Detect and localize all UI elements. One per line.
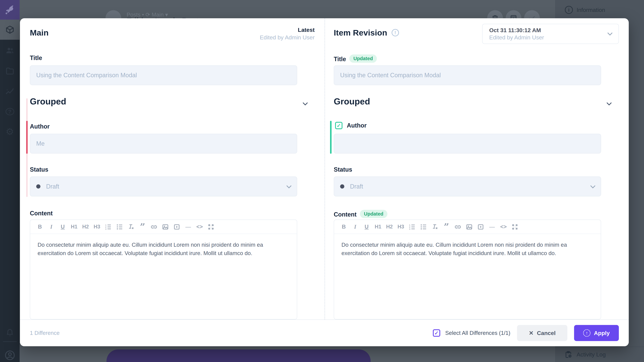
status-dot-icon (340, 184, 344, 189)
h3-icon[interactable]: H3 (395, 224, 406, 230)
link-icon[interactable] (452, 223, 464, 230)
apply-button[interactable]: ↑ Apply (574, 325, 619, 341)
sidebar-item-users[interactable] (0, 40, 20, 61)
title-field-label: Title (334, 56, 346, 62)
chevron-down-icon[interactable] (606, 100, 612, 105)
info-panel-title: Information (576, 7, 605, 13)
author-input[interactable] (334, 134, 601, 153)
ordered-list-icon[interactable] (406, 223, 418, 230)
updated-badge: Updated (360, 210, 388, 218)
updated-badge: Updated (349, 54, 377, 63)
cancel-button[interactable]: ✕ Cancel (517, 325, 567, 341)
status-select[interactable]: Draft (334, 176, 601, 196)
group-header: Grouped (334, 96, 370, 106)
content-field-label: Content (334, 211, 356, 218)
bold-icon[interactable]: B (34, 224, 46, 230)
module-sidebar: ? ⚙ (0, 0, 20, 362)
editor-toolbar: BIUH1H2H3”—<> (30, 220, 297, 234)
sidebar-item-help[interactable]: ? (0, 102, 20, 122)
editor-text[interactable]: Do consectetur minim aliquip aute eu. Ci… (334, 234, 589, 264)
bullet-list-icon[interactable] (418, 223, 429, 230)
chevron-down-icon (286, 183, 292, 188)
user-avatar[interactable] (0, 345, 20, 362)
status-field-label: Status (30, 166, 48, 173)
sidebar-divider (3, 341, 17, 342)
ordered-list-icon[interactable] (103, 223, 114, 230)
editor-text[interactable]: Do consectetur minim aliquip aute eu. Ci… (30, 234, 285, 264)
directus-logo[interactable] (0, 0, 20, 19)
notifications-button[interactable] (0, 323, 20, 343)
bullet-list-icon[interactable] (114, 223, 126, 230)
title-input[interactable]: Using the Content Comparison Modal (30, 65, 297, 85)
gear-icon: ⚙ (6, 127, 14, 136)
sidebar-item-content[interactable] (0, 19, 20, 40)
differences-count: 1 Difference (30, 330, 60, 336)
h3-icon[interactable]: H3 (91, 224, 103, 230)
blockquote-icon[interactable]: ” (441, 225, 452, 228)
video-icon[interactable] (475, 223, 486, 230)
sidebar-item-files[interactable] (0, 61, 20, 81)
edited-by-label: Edited by Admin User (214, 34, 314, 41)
code-icon[interactable]: <> (498, 224, 509, 230)
group-header: Grouped (30, 96, 66, 106)
horizontal-rule-icon[interactable]: — (486, 224, 498, 230)
video-icon[interactable] (171, 223, 182, 230)
chevron-down-icon[interactable] (302, 100, 308, 105)
chevron-down-icon (590, 183, 595, 188)
h1-icon[interactable]: H1 (372, 224, 384, 230)
revision-selector[interactable]: Oct 31 11:30:12 AM Edited by Admin User (482, 24, 619, 44)
activity-log-bar[interactable]: Activity Log (555, 347, 644, 362)
h2-icon[interactable]: H2 (384, 224, 395, 230)
changed-field-accent-red (26, 121, 28, 154)
revision-date: Oct 31 11:30:12 AM (489, 27, 544, 33)
link-icon[interactable] (148, 223, 160, 230)
fullscreen-icon[interactable] (509, 223, 520, 230)
page-hero-blob (106, 350, 371, 362)
status-dot-icon (36, 184, 40, 189)
content-editor[interactable]: BIUH1H2H3”—<> Do consectetur minim aliqu… (334, 220, 601, 320)
horizontal-rule-icon[interactable]: — (182, 224, 194, 230)
select-all-label: Select All Differences (1/1) (445, 330, 510, 336)
clear-format-icon[interactable] (429, 223, 441, 230)
commit-icon: ↑ (583, 329, 590, 337)
info-icon: i (565, 6, 573, 14)
status-field-label: Status (334, 166, 352, 173)
code-icon[interactable]: <> (194, 224, 205, 230)
h2-icon[interactable]: H2 (80, 224, 91, 230)
left-pane-title: Main (30, 28, 49, 37)
revision-edited-by: Edited by Admin User (489, 34, 544, 41)
title-input[interactable]: Using the Content Comparison Modal (334, 65, 601, 85)
right-pane-title: Item Revision (334, 28, 387, 37)
content-editor[interactable]: BIUH1H2H3”—<> Do consectetur minim aliqu… (30, 220, 297, 320)
image-icon[interactable] (160, 223, 171, 230)
activity-log-icon (564, 351, 572, 358)
author-input[interactable]: Me (30, 134, 297, 153)
select-all-checkbox[interactable]: ✓ (433, 329, 440, 337)
sidebar-item-settings[interactable]: ⚙ (0, 122, 20, 142)
underline-icon[interactable]: U (361, 224, 372, 230)
author-field-label: Author (347, 122, 366, 129)
sidebar-item-insights[interactable] (0, 81, 20, 102)
h1-icon[interactable]: H1 (68, 224, 80, 230)
blockquote-icon[interactable]: ” (137, 225, 148, 228)
content-comparison-modal: Main Latest Edited by Admin User Title U… (20, 18, 629, 346)
author-field-label: Author (30, 123, 50, 130)
status-select[interactable]: Draft (30, 176, 297, 196)
version-label: Latest (214, 27, 314, 33)
editor-toolbar: BIUH1H2H3”—<> (334, 220, 601, 234)
bold-icon[interactable]: B (338, 224, 350, 230)
image-icon[interactable] (464, 223, 475, 230)
modal-footer: 1 Difference ✓ Select All Differences (1… (20, 320, 629, 346)
changed-field-accent-green (330, 121, 332, 154)
content-field-label: Content (30, 210, 53, 217)
italic-icon[interactable]: I (350, 224, 361, 230)
underline-icon[interactable]: U (57, 224, 68, 230)
pane-divider (324, 18, 325, 320)
title-field-label: Title (30, 54, 42, 61)
field-diff-checkbox[interactable]: ✓ (335, 122, 342, 129)
italic-icon[interactable]: I (46, 224, 57, 230)
clear-format-icon[interactable] (126, 223, 137, 230)
chevron-down-icon (607, 30, 612, 35)
help-icon: ? (6, 108, 14, 115)
fullscreen-icon[interactable] (205, 223, 217, 230)
